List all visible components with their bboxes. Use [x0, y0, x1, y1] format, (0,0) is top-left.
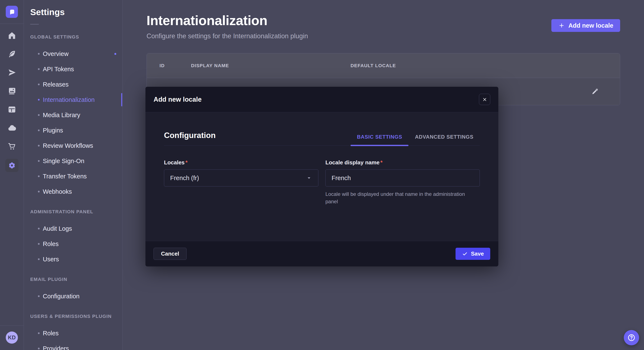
sidebar-item-plugins[interactable]: Plugins	[24, 123, 122, 138]
rail-icons	[5, 29, 18, 172]
help-button[interactable]	[624, 330, 639, 345]
column-header-default-locale: DEFAULT LOCALE	[350, 63, 396, 68]
column-header-display-name: DISPLAY NAME	[191, 63, 350, 68]
bullet-icon	[38, 175, 40, 177]
locales-label: Locales*	[164, 159, 318, 166]
page-header: Internationalization Configure the setti…	[146, 13, 620, 40]
strapi-logo-icon	[8, 8, 16, 15]
check-icon	[462, 251, 468, 257]
settings-tabs: BASIC SETTINGS ADVANCED SETTINGS	[350, 134, 480, 146]
bullet-icon	[38, 228, 40, 229]
sidebar-item-up-roles[interactable]: Roles	[24, 326, 122, 341]
media-library-images-icon[interactable]	[5, 85, 18, 97]
rail-bottom: KD	[0, 326, 24, 350]
display-name-control	[326, 170, 480, 186]
sidebar-item-transfer-tokens[interactable]: Transfer Tokens	[24, 169, 122, 184]
sidebar-item-single-sign-on[interactable]: Single Sign-On	[24, 153, 122, 169]
display-name-label: Locale display name*	[326, 159, 480, 166]
section-label: EMAIL PLUGIN	[24, 277, 122, 282]
releases-send-icon[interactable]	[5, 66, 18, 78]
plus-icon	[558, 22, 565, 29]
required-asterisk: *	[186, 159, 188, 166]
add-locale-modal: Add new locale Configuration BASIC SETTI…	[146, 87, 498, 266]
content-type-builder-layout-icon[interactable]	[5, 103, 18, 116]
bullet-icon	[38, 160, 40, 162]
strapi-logo[interactable]	[6, 6, 18, 18]
modal-header: Add new locale	[146, 87, 498, 112]
section-email-plugin: EMAIL PLUGIN Configuration	[24, 277, 122, 304]
bullet-icon	[38, 130, 40, 131]
icon-rail: KD	[0, 0, 24, 350]
sidebar-item-overview[interactable]: Overview	[24, 46, 122, 61]
bullet-icon	[38, 243, 40, 245]
save-button[interactable]: Save	[456, 248, 490, 260]
config-tabs-row: Configuration BASIC SETTINGS ADVANCED SE…	[164, 131, 480, 146]
configuration-title: Configuration	[164, 131, 216, 146]
marketplace-cart-icon[interactable]	[5, 140, 18, 153]
bullet-icon	[38, 191, 40, 192]
user-avatar[interactable]: KD	[6, 332, 18, 344]
display-name-field: Locale display name* Locale will be disp…	[326, 159, 480, 205]
page-subtitle: Configure the settings for the Internati…	[146, 32, 308, 40]
edit-locale-button[interactable]	[588, 85, 601, 98]
section-administration-panel: ADMINISTRATION PANEL Audit Logs Roles Us…	[24, 209, 122, 267]
locales-select-value: French (fr)	[170, 175, 199, 181]
section-global-settings: GLOBAL SETTINGS Overview API Tokens Rele…	[24, 34, 122, 199]
sidebar-item-media-library[interactable]: Media Library	[24, 107, 122, 123]
sidebar-item-admin-roles[interactable]: Roles	[24, 236, 122, 252]
sidebar-item-email-configuration[interactable]: Configuration	[24, 289, 122, 304]
bullet-icon	[38, 53, 40, 55]
app-root: KD Settings GLOBAL SETTINGS Overview API…	[0, 0, 644, 350]
display-name-hint: Locale will be displayed under that name…	[326, 190, 476, 205]
close-modal-button[interactable]	[479, 94, 490, 105]
pencil-icon	[591, 88, 599, 95]
bullet-icon	[38, 114, 40, 116]
section-users-permissions-plugin: USERS & PERMISSIONS PLUGIN Roles Provide…	[24, 314, 122, 350]
table-header-row: ID DISPLAY NAME DEFAULT LOCALE	[147, 53, 620, 78]
column-header-id: ID	[160, 63, 191, 68]
tab-basic-settings[interactable]: BASIC SETTINGS	[350, 134, 409, 146]
bullet-icon	[38, 145, 40, 147]
modal-title: Add new locale	[154, 96, 202, 103]
sidebar-item-webhooks[interactable]: Webhooks	[24, 184, 122, 199]
section-label: ADMINISTRATION PANEL	[24, 209, 122, 214]
bullet-icon	[38, 84, 40, 85]
sidebar-item-users[interactable]: Users	[24, 252, 122, 267]
settings-sidebar: Settings GLOBAL SETTINGS Overview API To…	[24, 0, 122, 350]
settings-gear-icon[interactable]	[5, 159, 18, 172]
sidebar-title-divider	[30, 24, 39, 24]
bullet-icon	[38, 99, 40, 101]
sidebar-item-api-tokens[interactable]: API Tokens	[24, 61, 122, 77]
bullet-icon	[38, 348, 40, 349]
cancel-button[interactable]: Cancel	[154, 248, 186, 260]
question-mark-icon	[627, 334, 636, 342]
bullet-icon	[38, 295, 40, 297]
bullet-icon	[38, 332, 40, 334]
locales-field: Locales* French (fr)	[164, 159, 318, 205]
rail-divider-bottom	[0, 326, 24, 326]
sidebar-item-audit-logs[interactable]: Audit Logs	[24, 221, 122, 236]
display-name-input[interactable]	[332, 170, 474, 186]
required-asterisk: *	[380, 159, 382, 166]
locales-select[interactable]: French (fr)	[164, 170, 318, 186]
notification-dot	[114, 53, 116, 55]
sidebar-item-releases[interactable]: Releases	[24, 77, 122, 92]
modal-footer: Cancel Save	[146, 241, 498, 266]
section-label: GLOBAL SETTINGS	[24, 34, 122, 40]
home-icon[interactable]	[5, 29, 18, 41]
section-label: USERS & PERMISSIONS PLUGIN	[24, 314, 122, 319]
sidebar-item-review-workflows[interactable]: Review Workflows	[24, 138, 122, 153]
cloud-icon[interactable]	[5, 122, 18, 134]
sidebar-item-internationalization[interactable]: Internationalization	[24, 92, 122, 107]
add-new-locale-button[interactable]: Add new locale	[551, 19, 620, 32]
page-title: Internationalization	[146, 13, 308, 28]
close-icon	[482, 97, 487, 102]
bullet-icon	[38, 258, 40, 260]
chevron-down-icon	[306, 175, 312, 181]
sidebar-title: Settings	[24, 7, 122, 17]
content-manager-feather-icon[interactable]	[5, 48, 18, 60]
modal-body: Configuration BASIC SETTINGS ADVANCED SE…	[146, 112, 498, 241]
form-fields: Locales* French (fr) Locale display name…	[164, 159, 480, 205]
sidebar-item-providers[interactable]: Providers	[24, 341, 122, 350]
tab-advanced-settings[interactable]: ADVANCED SETTINGS	[408, 134, 480, 146]
